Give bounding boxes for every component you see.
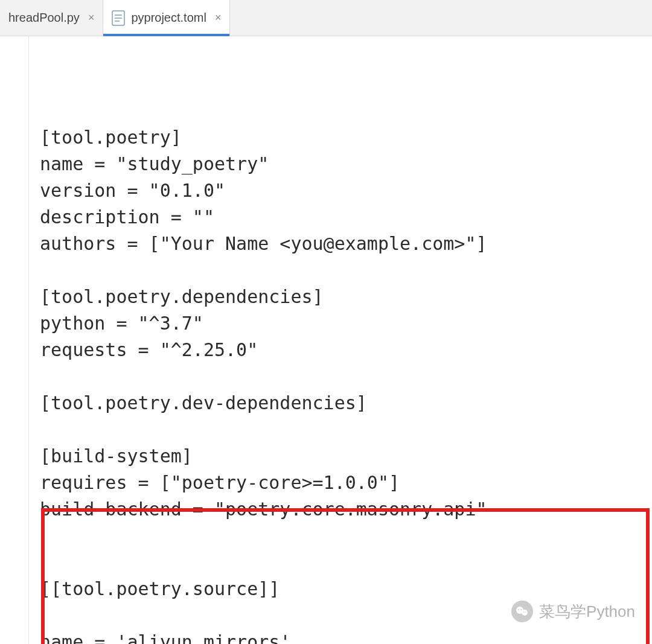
code-line: python = "^3.7" <box>40 310 652 337</box>
tab-label: hreadPool.py <box>8 11 80 25</box>
code-line <box>40 416 652 443</box>
code-line: [tool.poetry.dev-dependencies] <box>40 390 652 416</box>
editor: [tool.poetry]name = "study_poetry"versio… <box>0 36 652 644</box>
code-line: authors = ["Your Name <you@example.com>"… <box>40 231 652 257</box>
warning-squiggle: aliyun.mirrors <box>127 631 280 644</box>
code-line <box>40 523 652 549</box>
code-line <box>40 363 652 390</box>
tab-label: pyproject.toml <box>131 11 206 25</box>
tab-threadpool[interactable]: hreadPool.py × <box>0 0 103 36</box>
code-line <box>40 549 652 576</box>
code-area[interactable]: [tool.poetry]name = "study_poetry"versio… <box>29 36 652 644</box>
code-line: requests = "^2.25.0" <box>40 337 652 363</box>
code-line: version = "0.1.0" <box>40 177 652 204</box>
code-line: [[tool.poetry.source]] <box>40 576 652 602</box>
code-line: build-backend = "poetry.core.masonry.api… <box>40 496 652 523</box>
tab-bar: hreadPool.py × pyproject.toml × <box>0 0 652 36</box>
code-line: [tool.poetry.dependencies] <box>40 284 652 310</box>
code-line <box>40 257 652 284</box>
code-line: [tool.poetry] <box>40 124 652 151</box>
code-line: name = 'aliyun.mirrors' <box>40 629 652 644</box>
gutter <box>0 36 29 644</box>
code-line: requires = ["poetry-core>=1.0.0"] <box>40 470 652 496</box>
code-line: [build-system] <box>40 443 652 470</box>
toml-file-icon <box>112 10 125 26</box>
code-line: name = "study_poetry" <box>40 151 652 177</box>
code-line <box>40 602 652 629</box>
close-icon[interactable]: × <box>88 11 95 24</box>
code-line: description = "" <box>40 204 652 231</box>
tab-pyproject[interactable]: pyproject.toml × <box>103 0 230 36</box>
close-icon[interactable]: × <box>215 11 222 24</box>
